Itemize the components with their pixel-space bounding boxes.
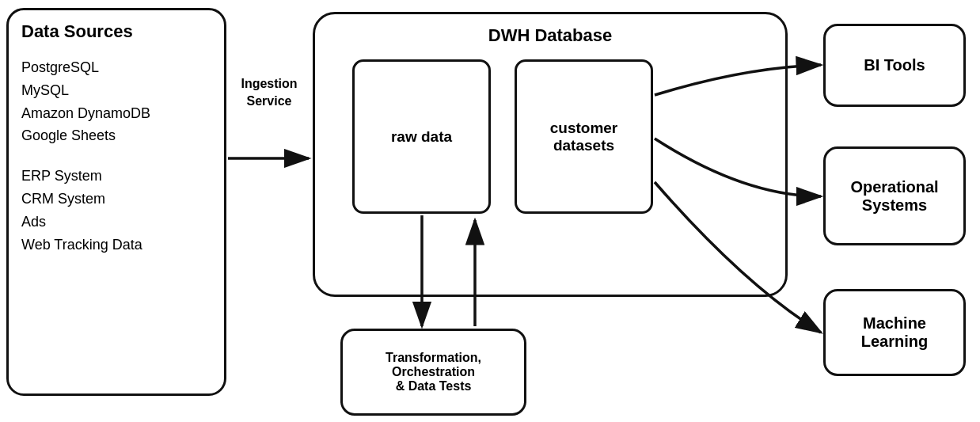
ingestion-label: IngestionService: [230, 75, 309, 111]
data-sources-group1: PostgreSQL MySQL Amazon DynamoDB Google …: [21, 56, 211, 147]
source-postgresql: PostgreSQL: [21, 56, 211, 79]
dwh-title: DWH Database: [315, 14, 785, 46]
machine-learning-box: MachineLearning: [823, 289, 966, 376]
source-mysql: MySQL: [21, 79, 211, 102]
diagram-container: Data Sources PostgreSQL MySQL Amazon Dyn…: [0, 0, 980, 422]
customer-datasets-box: customerdatasets: [515, 59, 653, 214]
source-ads: Ads: [21, 211, 211, 234]
source-crm: CRM System: [21, 188, 211, 211]
customer-datasets-label: customerdatasets: [550, 120, 618, 154]
source-web-tracking: Web Tracking Data: [21, 234, 211, 257]
operational-systems-label: OperationalSystems: [850, 178, 938, 215]
machine-learning-label: MachineLearning: [861, 314, 928, 351]
bi-tools-box: BI Tools: [823, 24, 966, 107]
source-google-sheets: Google Sheets: [21, 124, 211, 147]
transformation-label: Transformation,Orchestration& Data Tests: [386, 351, 481, 393]
bi-tools-label: BI Tools: [864, 56, 925, 74]
raw-data-box: raw data: [352, 59, 491, 214]
operational-systems-box: OperationalSystems: [823, 146, 966, 245]
source-erp: ERP System: [21, 165, 211, 188]
data-sources-list: PostgreSQL MySQL Amazon DynamoDB Google …: [21, 56, 211, 256]
data-sources-group2: ERP System CRM System Ads Web Tracking D…: [21, 165, 211, 256]
data-sources-box: Data Sources PostgreSQL MySQL Amazon Dyn…: [6, 8, 226, 396]
raw-data-label: raw data: [391, 128, 452, 146]
transformation-box: Transformation,Orchestration& Data Tests: [340, 329, 526, 416]
data-sources-title: Data Sources: [21, 21, 211, 42]
source-dynamodb: Amazon DynamoDB: [21, 102, 211, 125]
